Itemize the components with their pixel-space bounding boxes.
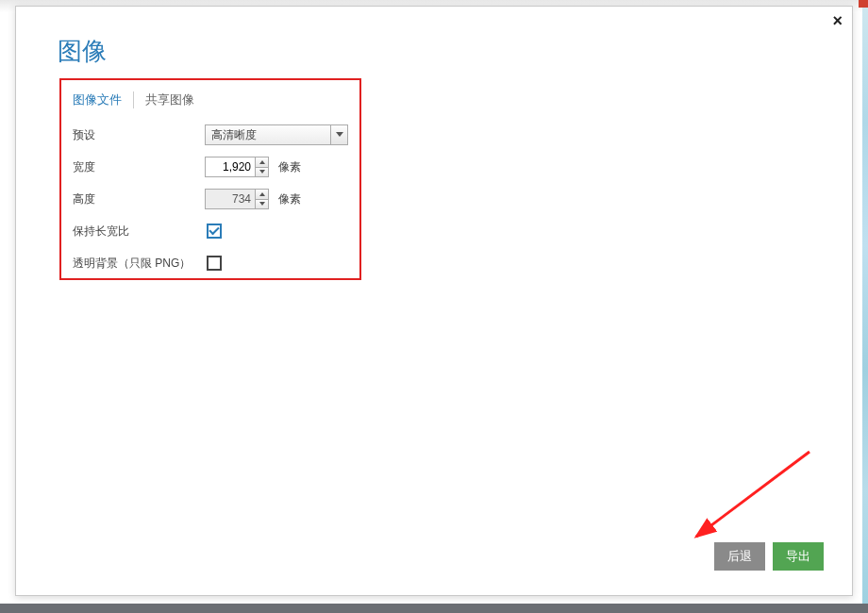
tab-share-image[interactable]: 共享图像 <box>145 90 194 110</box>
dialog-footer: 后退 导出 <box>714 542 824 571</box>
arrow-down-icon <box>259 202 265 206</box>
row-aspect: 保持长宽比 <box>73 220 356 242</box>
export-button[interactable]: 导出 <box>773 542 824 571</box>
preset-label: 预设 <box>73 127 205 143</box>
height-label: 高度 <box>73 191 205 207</box>
window-top-red-accent <box>859 0 868 8</box>
aspect-label: 保持长宽比 <box>73 224 205 240</box>
height-unit: 像素 <box>278 191 301 207</box>
tab-image-file[interactable]: 图像文件 <box>73 90 122 110</box>
aspect-checkbox[interactable] <box>207 224 222 239</box>
row-width: 宽度 像素 <box>73 156 356 178</box>
row-transparent: 透明背景（只限 PNG） <box>73 252 356 274</box>
transparent-checkbox[interactable] <box>207 256 222 271</box>
row-preset: 预设 高清晰度 <box>73 124 356 146</box>
width-decrement[interactable] <box>256 167 269 178</box>
height-spin-buttons <box>256 189 269 209</box>
chevron-down-icon <box>336 132 343 138</box>
preset-select[interactable]: 高清晰度 <box>205 124 348 145</box>
check-icon <box>209 224 219 235</box>
width-spin-buttons <box>256 157 269 177</box>
tab-separator <box>133 91 134 108</box>
window-right-edge <box>862 0 868 613</box>
preset-value: 高清晰度 <box>205 124 331 145</box>
height-increment[interactable] <box>256 189 269 199</box>
height-stepper[interactable] <box>205 189 269 209</box>
preset-dropdown-button[interactable] <box>331 124 348 145</box>
back-button[interactable]: 后退 <box>714 542 765 571</box>
width-stepper[interactable] <box>205 157 269 177</box>
dialog-title: 图像 <box>58 35 107 68</box>
tabs-bar: 图像文件 共享图像 <box>73 90 194 110</box>
height-input[interactable] <box>205 189 256 209</box>
image-export-dialog: × 图像 图像文件 共享图像 预设 高清晰度 宽度 <box>15 6 853 596</box>
arrow-down-icon <box>259 170 265 174</box>
row-height: 高度 像素 <box>73 188 356 210</box>
height-decrement[interactable] <box>256 199 269 210</box>
close-button[interactable]: × <box>832 12 843 29</box>
arrow-up-icon <box>259 192 265 196</box>
width-input[interactable] <box>205 157 256 177</box>
svg-line-0 <box>696 452 810 537</box>
window-bottom-strip <box>0 604 868 613</box>
width-label: 宽度 <box>73 159 205 175</box>
width-unit: 像素 <box>278 159 301 175</box>
transparent-label: 透明背景（只限 PNG） <box>73 256 205 272</box>
width-increment[interactable] <box>256 157 269 167</box>
image-settings-form: 预设 高清晰度 宽度 像素 高度 <box>73 124 356 284</box>
arrow-up-icon <box>259 160 265 164</box>
